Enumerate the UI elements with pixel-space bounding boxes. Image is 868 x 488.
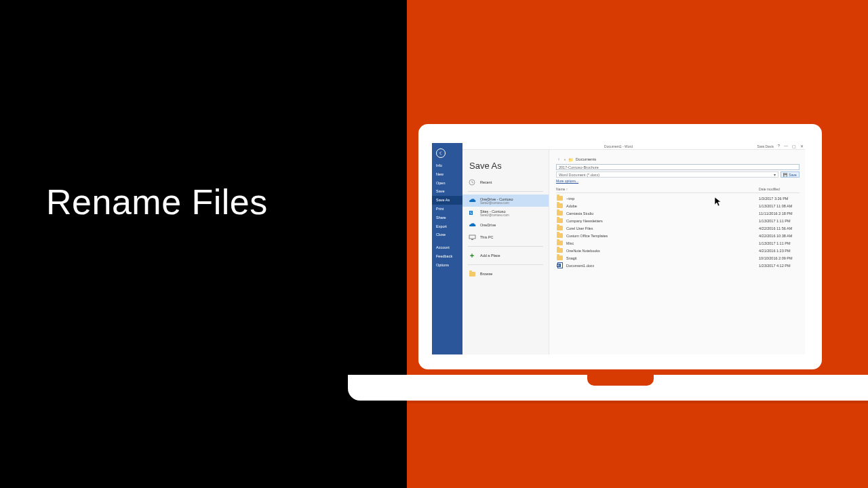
folder-row[interactable]: Company Newsletters1/13/2017 1:11 PM xyxy=(556,217,800,224)
separator: › xyxy=(564,157,566,161)
location-add-a-place[interactable]: ＋Add a Place xyxy=(462,249,549,262)
location-label: OneDrive xyxy=(480,223,496,227)
file-date: 1/3/2017 3:26 PM xyxy=(759,197,800,201)
sidebar-item-save[interactable]: Save xyxy=(432,187,462,196)
folder-row[interactable]: Adobe1/13/2017 11:08 AM xyxy=(556,202,800,209)
file-name: ~tmp xyxy=(566,197,759,201)
file-name: Misc xyxy=(566,241,759,245)
location-recent[interactable]: Recent xyxy=(462,176,549,188)
page-title: Save As xyxy=(462,150,549,176)
file-date: 1/23/2017 4:12 PM xyxy=(759,264,800,268)
up-arrow-icon[interactable]: ↑ xyxy=(556,157,561,162)
sidebar-item-feedback[interactable]: Feedback xyxy=(432,252,462,261)
list-header: Name ↑ Date modified xyxy=(556,187,800,193)
onedrive-icon xyxy=(468,197,476,205)
folder-icon xyxy=(557,233,563,238)
folder-icon xyxy=(557,256,563,260)
sidebar-item-save-as[interactable]: Save As xyxy=(432,196,462,205)
sidebar-item-options[interactable]: Options xyxy=(432,261,462,270)
folder-row[interactable]: OneNote Notebooks4/21/2016 1:23 PM xyxy=(556,247,800,254)
location-label: Recent xyxy=(480,180,492,184)
svg-rect-4 xyxy=(471,239,473,240)
folder-icon xyxy=(557,211,563,216)
location-onedrive[interactable]: OneDrive xyxy=(462,219,549,231)
file-browser-pane: ↑ › 📁 Documents Word Document (*.docx) ▾ xyxy=(549,150,805,354)
filename-input[interactable] xyxy=(556,164,800,170)
left-background xyxy=(0,0,407,488)
sharepoint-icon: S xyxy=(468,209,476,217)
location-label: Add a Place xyxy=(480,253,500,258)
folder-row[interactable]: ~tmp1/3/2017 3:26 PM xyxy=(556,195,800,202)
file-name: OneNote Notebooks xyxy=(566,249,759,253)
file-date: 1/13/2017 11:08 AM xyxy=(759,204,800,208)
backstage-sidebar: InfoNewOpenSaveSave AsPrintShareExportCl… xyxy=(432,143,462,354)
back-button[interactable] xyxy=(436,148,446,158)
location-label: OneDrive - ContosoSaraD@contoso.com xyxy=(480,197,513,205)
sidebar-item-close[interactable]: Close xyxy=(432,230,462,239)
folder-icon xyxy=(557,248,563,253)
file-name: Document1.docx xyxy=(566,264,759,268)
col-name[interactable]: Name ↑ xyxy=(556,187,759,191)
close-icon[interactable]: ✕ xyxy=(800,144,804,148)
sidebar-item-info[interactable]: Info xyxy=(432,161,462,170)
col-date[interactable]: Date modified xyxy=(759,187,800,191)
minimize-icon[interactable]: — xyxy=(784,144,788,148)
divider xyxy=(468,264,543,265)
pc-icon xyxy=(468,233,476,241)
window-titlebar: Document1 - Word Sara Davis ? — ▢ ✕ xyxy=(432,143,805,150)
sidebar-item-account[interactable]: Account xyxy=(432,243,462,252)
help-icon[interactable]: ? xyxy=(778,144,780,148)
word-doc-icon xyxy=(557,262,563,268)
format-value: Word Document (*.docx) xyxy=(559,173,599,177)
save-button[interactable]: 💾 Save xyxy=(781,171,800,178)
folder-row[interactable]: Snagit10/10/2016 2:09 PM xyxy=(556,254,800,262)
folder-row[interactable]: Custom Office Templates4/22/2016 10:38 A… xyxy=(556,232,800,239)
app-screen: Document1 - Word Sara Davis ? — ▢ ✕ Info… xyxy=(432,143,805,354)
location-this-pc[interactable]: This PC xyxy=(462,231,549,243)
location-sites-contoso[interactable]: SSites - ContosoSaraD@contoso.com xyxy=(462,207,549,219)
slide-title: Rename Files xyxy=(46,182,268,222)
laptop-mockup: Document1 - Word Sara Davis ? — ▢ ✕ Info… xyxy=(418,124,822,369)
file-name: Adobe xyxy=(566,204,759,208)
maximize-icon[interactable]: ▢ xyxy=(792,144,796,148)
file-row[interactable]: Document1.docx1/23/2017 4:12 PM xyxy=(556,262,800,269)
file-date: 4/22/2016 11:56 AM xyxy=(759,226,800,230)
format-select[interactable]: Word Document (*.docx) ▾ xyxy=(556,171,778,178)
laptop-screen-bezel: Document1 - Word Sara Davis ? — ▢ ✕ Info… xyxy=(418,124,822,369)
chevron-down-icon: ▾ xyxy=(774,173,776,177)
sidebar-item-share[interactable]: Share xyxy=(432,214,462,222)
file-date: 4/22/2016 10:38 AM xyxy=(759,234,800,238)
breadcrumb: ↑ › 📁 Documents xyxy=(556,157,800,162)
file-name: Company Newsletters xyxy=(566,219,759,223)
more-options-link[interactable]: More options... xyxy=(556,179,578,183)
location-label: Sites - ContosoSaraD@contoso.com xyxy=(480,209,509,217)
folder-icon xyxy=(468,270,476,278)
file-name: Corel User Files xyxy=(566,226,759,230)
file-name: Camtasia Studio xyxy=(566,211,759,216)
file-date: 1/13/2017 1:11 PM xyxy=(759,241,800,245)
sidebar-item-export[interactable]: Export xyxy=(432,222,462,231)
sidebar-item-open[interactable]: Open xyxy=(432,179,462,188)
location-label: Browse xyxy=(480,272,492,276)
folder-row[interactable]: Misc1/13/2017 1:11 PM xyxy=(556,239,800,247)
save-icon: 💾 xyxy=(783,173,787,177)
folder-row[interactable]: Corel User Files4/22/2016 11:56 AM xyxy=(556,224,800,232)
sidebar-item-new[interactable]: New xyxy=(432,170,462,179)
folder-icon: 📁 xyxy=(568,157,573,162)
file-date: 11/11/2016 2:18 PM xyxy=(759,211,800,216)
sidebar-item-print[interactable]: Print xyxy=(432,205,462,214)
clock-icon xyxy=(468,178,476,186)
folder-icon xyxy=(557,203,563,208)
file-date: 1/13/2017 1:11 PM xyxy=(759,219,800,223)
file-date: 10/10/2016 2:09 PM xyxy=(759,256,800,260)
onedrive-p-icon xyxy=(468,221,476,229)
folder-icon xyxy=(557,241,563,245)
plus-icon: ＋ xyxy=(468,251,476,260)
svg-rect-3 xyxy=(469,235,475,239)
folder-row[interactable]: Camtasia Studio11/11/2016 2:18 PM xyxy=(556,209,800,217)
file-name: Snagit xyxy=(566,256,759,260)
location-browse[interactable]: Browse xyxy=(462,268,549,280)
location-onedrive-contoso[interactable]: OneDrive - ContosoSaraD@contoso.com xyxy=(462,195,549,207)
breadcrumb-label[interactable]: Documents xyxy=(576,157,596,161)
divider xyxy=(468,246,543,247)
